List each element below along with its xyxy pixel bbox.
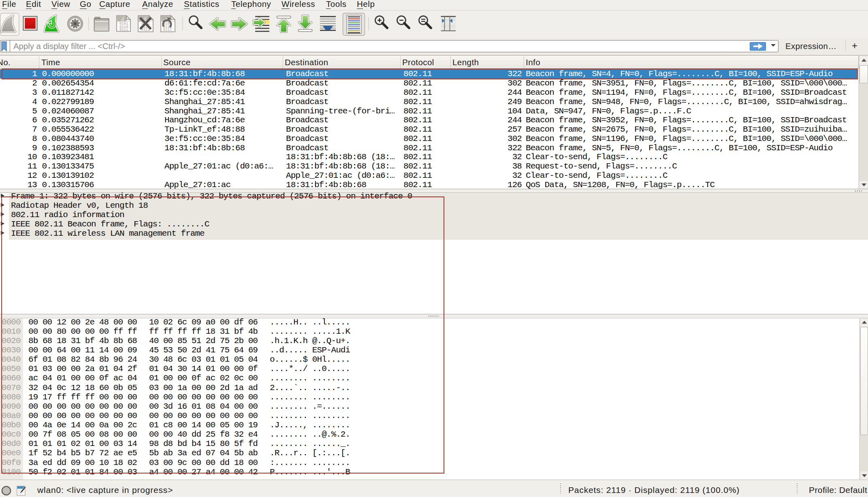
svg-text:0111: 0111: [119, 28, 128, 32]
svg-text:0111: 0111: [163, 28, 172, 32]
svg-text:0111: 0111: [141, 28, 150, 32]
